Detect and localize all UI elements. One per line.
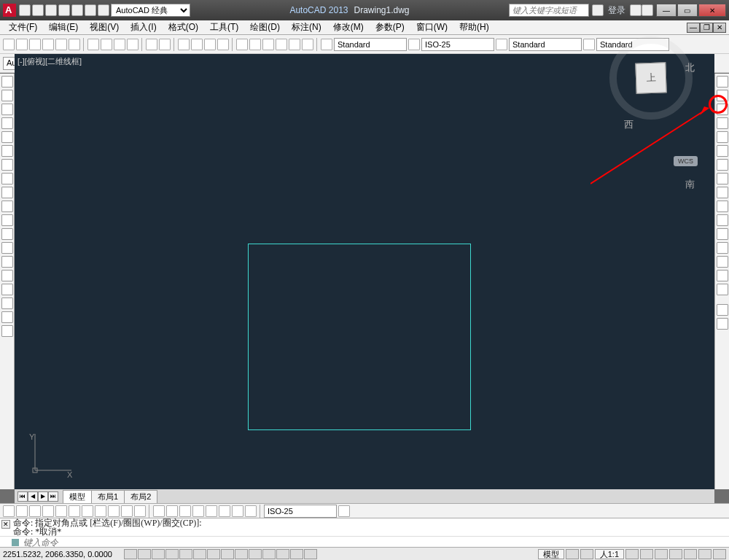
- exchange-icon[interactable]: [630, 4, 642, 16]
- dimtedit-icon[interactable]: [245, 505, 257, 517]
- tab-last-icon[interactable]: ⏭: [48, 491, 58, 502]
- mleaderstyle-icon[interactable]: [583, 39, 595, 50]
- extend-icon[interactable]: [717, 214, 728, 226]
- textstyle-icon[interactable]: [321, 39, 332, 50]
- maximize-button[interactable]: ▭: [677, 4, 698, 17]
- dimjogged-icon[interactable]: [69, 505, 80, 517]
- dimstyle-combo[interactable]: ISO-25: [421, 38, 494, 51]
- viewcube-top-face[interactable]: 上: [635, 62, 666, 93]
- menu-view[interactable]: 视图(V): [84, 20, 125, 35]
- move-icon[interactable]: [717, 145, 728, 157]
- coords-readout[interactable]: 2251.5232, 2066.3350, 0.0000: [3, 550, 112, 559]
- designcenter-icon[interactable]: [249, 39, 261, 50]
- plot2-icon[interactable]: [42, 39, 54, 50]
- dimangular-icon[interactable]: [95, 505, 106, 517]
- trim-icon[interactable]: [717, 201, 728, 212]
- wcs-dropdown[interactable]: WCS: [674, 156, 698, 166]
- menu-help[interactable]: 帮助(H): [453, 20, 495, 35]
- help-icon[interactable]: [642, 4, 653, 16]
- dimstyle-up-icon[interactable]: [338, 505, 350, 517]
- cmd-close-icon[interactable]: ✕: [1, 520, 10, 529]
- tolerance-icon[interactable]: [179, 505, 191, 517]
- scale-icon[interactable]: [717, 173, 728, 184]
- redo-icon[interactable]: [98, 4, 109, 16]
- gradient-icon[interactable]: [1, 284, 13, 295]
- dimradius-icon[interactable]: [55, 505, 67, 517]
- login-label[interactable]: 登录: [608, 4, 625, 17]
- hardware-accel-icon[interactable]: [684, 549, 697, 559]
- zoom-icon[interactable]: [191, 39, 203, 50]
- point-icon[interactable]: [1, 256, 13, 268]
- stretch-icon[interactable]: [717, 187, 728, 198]
- menu-edit[interactable]: 编辑(E): [43, 20, 84, 35]
- dyn-toggle[interactable]: [235, 549, 248, 559]
- mleaderstyle-combo[interactable]: Standard: [596, 38, 669, 51]
- toolbar-lock-icon[interactable]: [669, 549, 682, 559]
- diminspect-icon[interactable]: [206, 505, 217, 517]
- dimstyle-icon[interactable]: [408, 39, 420, 50]
- rotate-icon[interactable]: [717, 159, 728, 171]
- redo2-icon[interactable]: [159, 39, 171, 50]
- quickcalc-icon[interactable]: [302, 39, 313, 50]
- tab-first-icon[interactable]: ⏮: [17, 491, 28, 502]
- workspace-switch-icon[interactable]: [655, 549, 668, 559]
- ucs-icon[interactable]: X Y: [25, 429, 77, 479]
- break-icon[interactable]: [717, 228, 728, 240]
- tab-layout1[interactable]: 布局1: [91, 490, 125, 503]
- dimbaseline-icon[interactable]: [121, 505, 133, 517]
- line-icon[interactable]: [1, 76, 13, 88]
- cut-icon[interactable]: [87, 39, 99, 50]
- menu-dimension[interactable]: 标注(N): [286, 20, 327, 35]
- paste-icon[interactable]: [114, 39, 125, 50]
- area-icon[interactable]: [717, 318, 728, 330]
- lwt-toggle[interactable]: [249, 549, 262, 559]
- snap-toggle[interactable]: [124, 549, 137, 559]
- dimstyle-current-combo[interactable]: ISO-25: [264, 505, 337, 518]
- doc-close-button[interactable]: ✕: [713, 23, 726, 33]
- sheetset-icon[interactable]: [276, 39, 287, 50]
- markup-icon[interactable]: [289, 39, 300, 50]
- save-icon[interactable]: [45, 4, 57, 16]
- viewport-label[interactable]: [-][俯视][二维线框]: [17, 56, 82, 67]
- qnew-icon[interactable]: [3, 39, 15, 50]
- erase-icon[interactable]: [717, 76, 728, 88]
- mirror-icon[interactable]: [717, 104, 728, 115]
- otrack-toggle[interactable]: [207, 549, 220, 559]
- chamfer-icon[interactable]: [717, 256, 728, 268]
- undo-icon[interactable]: [85, 4, 96, 16]
- open-icon[interactable]: [32, 4, 44, 16]
- menu-file[interactable]: 文件(F): [3, 20, 43, 35]
- menu-window[interactable]: 窗口(W): [410, 20, 453, 35]
- quickview-l-icon[interactable]: [566, 549, 579, 559]
- dimcontinue-icon[interactable]: [134, 505, 146, 517]
- join-icon[interactable]: [717, 242, 728, 254]
- makeblock-icon[interactable]: [1, 242, 13, 254]
- ortho-toggle[interactable]: [152, 549, 165, 559]
- minimize-button[interactable]: —: [656, 4, 677, 17]
- matchprop-icon[interactable]: [127, 39, 139, 50]
- array-icon[interactable]: [717, 131, 728, 143]
- sc-toggle[interactable]: [290, 549, 303, 559]
- open2-icon[interactable]: [16, 39, 28, 50]
- tab-next-icon[interactable]: ▶: [38, 491, 48, 502]
- tab-layout2[interactable]: 布局2: [124, 490, 157, 503]
- tpy-toggle[interactable]: [262, 549, 276, 559]
- mtext-icon[interactable]: [1, 325, 13, 337]
- copy-modify-icon[interactable]: [717, 90, 728, 101]
- offset-icon[interactable]: [717, 117, 728, 129]
- copy-icon[interactable]: [101, 39, 112, 50]
- dimbreak-icon[interactable]: [166, 505, 178, 517]
- cleanscreen-icon[interactable]: [713, 549, 726, 559]
- new-icon[interactable]: [19, 4, 31, 16]
- rectangle-entity[interactable]: [248, 244, 471, 430]
- zoomprev-icon[interactable]: [217, 39, 229, 50]
- properties-icon[interactable]: [236, 39, 248, 50]
- xline-icon[interactable]: [1, 90, 13, 101]
- infocenter-search[interactable]: [509, 4, 589, 17]
- menu-modify[interactable]: 修改(M): [327, 20, 370, 35]
- polar-toggle[interactable]: [165, 549, 179, 559]
- doc-minimize-button[interactable]: —: [687, 23, 700, 33]
- saveas-icon[interactable]: [58, 4, 70, 16]
- toolpalette-icon[interactable]: [262, 39, 274, 50]
- dimjogline-icon[interactable]: [219, 505, 230, 517]
